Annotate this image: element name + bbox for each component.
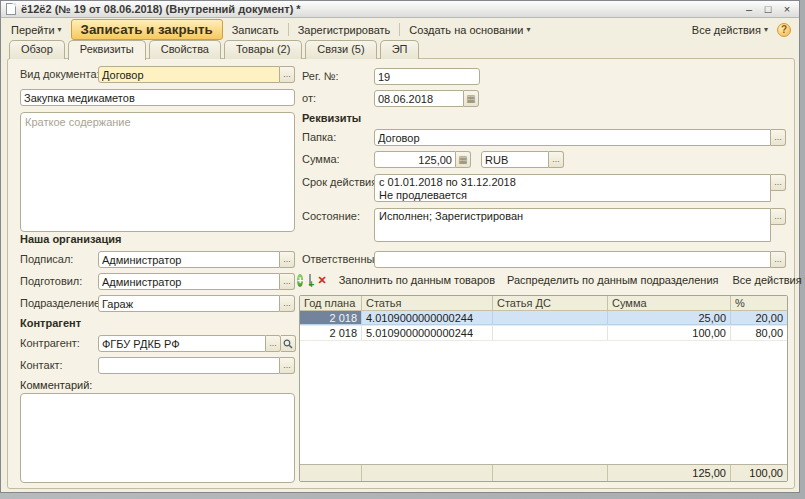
- copy-row-icon[interactable]: [309, 274, 311, 286]
- cell-plan-year[interactable]: 2 018: [300, 326, 362, 340]
- save-button[interactable]: Записать: [230, 23, 281, 37]
- document-icon: [6, 3, 16, 15]
- summary-textarea[interactable]: [20, 112, 295, 232]
- state-row: Состояние: Исполнен; Зарегистрирован: [302, 208, 786, 242]
- table-row[interactable]: 2 0185.0109000000000244100,0080,00: [300, 326, 787, 341]
- cell-plan-year[interactable]: 2 018: [300, 311, 362, 325]
- title-bar: ё12ё2 (№ 19 от 08.06.2018) (Внутренний д…: [1, 1, 799, 18]
- search-icon[interactable]: [281, 335, 296, 352]
- ellipsis-button[interactable]: [266, 335, 281, 352]
- ellipsis-button[interactable]: [771, 129, 786, 146]
- requisites-tab-panel: Вид документа: Наша организация Подписал…: [7, 58, 795, 489]
- chevron-down-icon: ▾: [58, 26, 62, 34]
- signed-field[interactable]: [98, 251, 280, 268]
- comment-textarea[interactable]: [20, 393, 295, 483]
- close-icon[interactable]: ×: [780, 2, 794, 16]
- contact-label: Контакт:: [20, 357, 98, 374]
- ellipsis-button[interactable]: [549, 151, 564, 168]
- regno-field[interactable]: [374, 68, 480, 85]
- doc-kind-label: Вид документа:: [20, 66, 98, 83]
- regno-label: Рег. №:: [302, 68, 374, 85]
- ellipsis-button[interactable]: [280, 295, 295, 312]
- cell-article[interactable]: 5.0109000000000244: [362, 326, 493, 340]
- distribute-button[interactable]: Распределить по данным подразделения: [507, 274, 719, 286]
- save-and-close-button[interactable]: Записать и закрыть: [71, 19, 223, 40]
- ellipsis-button[interactable]: [280, 273, 295, 290]
- delete-row-icon[interactable]: ✕: [317, 274, 326, 287]
- state-field[interactable]: Исполнен; Зарегистрирован: [374, 208, 771, 242]
- table-all-actions-menu-button[interactable]: Все действия ▾: [731, 273, 805, 287]
- column-header-plan-year[interactable]: Год плана: [300, 296, 362, 310]
- create-based-on-menu-button[interactable]: Создать на основании ▾: [407, 23, 532, 37]
- column-header-article[interactable]: Статья: [362, 296, 493, 310]
- cell-article[interactable]: 4.0109000000000244: [362, 311, 493, 325]
- department-field[interactable]: [98, 295, 280, 312]
- footer-total-amount: 125,00: [608, 465, 731, 481]
- desktop-frame: ё12ё2 (№ 19 от 08.06.2018) (Внутренний д…: [0, 0, 805, 499]
- counterparty-field[interactable]: [98, 335, 266, 352]
- prepared-row: Подготовил:: [20, 273, 295, 290]
- table-row[interactable]: 2 0184.010900000000024425,0020,00: [300, 311, 787, 326]
- doc-title-row: [20, 89, 295, 106]
- tab-overview[interactable]: Обзор: [9, 40, 65, 59]
- tab-goods[interactable]: Товары (2): [224, 40, 302, 59]
- calendar-icon[interactable]: ▦: [464, 90, 479, 107]
- counterparty-row: Контрагент:: [20, 335, 296, 352]
- responsible-field[interactable]: [374, 251, 771, 268]
- register-button[interactable]: Зарегистрировать: [296, 23, 393, 37]
- minimize-icon[interactable]: –: [742, 2, 756, 16]
- tab-strip: Обзор Реквизиты Свойства Товары (2) Связ…: [9, 40, 419, 59]
- all-actions-menu-button[interactable]: Все действия ▾: [690, 23, 770, 37]
- ellipsis-button[interactable]: [771, 208, 786, 225]
- tab-signature[interactable]: ЭП: [380, 40, 420, 59]
- comment-label: Комментарий:: [20, 379, 92, 391]
- column-header-percent[interactable]: %: [731, 296, 787, 310]
- cell-article-ds[interactable]: [493, 311, 608, 325]
- column-header-amount[interactable]: Сумма: [608, 296, 731, 310]
- amount-field[interactable]: [374, 151, 456, 168]
- ellipsis-button[interactable]: [280, 357, 295, 374]
- prepared-label: Подготовил:: [20, 273, 98, 290]
- maximize-icon[interactable]: □: [761, 2, 775, 16]
- fill-by-goods-button[interactable]: Заполнить по данным товаров: [339, 274, 495, 286]
- ellipsis-button[interactable]: [280, 251, 295, 268]
- cell-article-ds[interactable]: [493, 326, 608, 340]
- column-header-article-ds[interactable]: Статья ДС: [493, 296, 608, 310]
- cell-percent[interactable]: 20,00: [731, 311, 787, 325]
- help-icon[interactable]: ?: [777, 23, 791, 37]
- calculator-icon[interactable]: ▦: [456, 151, 471, 168]
- amount-row: Сумма: ▦: [302, 151, 564, 168]
- tab-properties[interactable]: Свойства: [149, 40, 221, 59]
- department-row: Подразделение:: [20, 295, 295, 312]
- add-row-icon[interactable]: +: [297, 274, 303, 287]
- cell-amount[interactable]: 100,00: [608, 326, 731, 340]
- footer-cell-year: [300, 465, 362, 481]
- folder-field[interactable]: [374, 129, 771, 146]
- contact-field[interactable]: [98, 357, 280, 374]
- cell-percent[interactable]: 80,00: [731, 326, 787, 340]
- doc-title-field[interactable]: [20, 89, 295, 106]
- signed-label: Подписал:: [20, 251, 98, 268]
- go-menu-button[interactable]: Перейти ▾: [9, 23, 64, 37]
- table-header: Год плана Статья Статья ДС Сумма %: [300, 296, 787, 311]
- command-bar: Перейти ▾ Записать и закрыть Записать За…: [1, 19, 799, 40]
- validity-field[interactable]: с 01.01.2018 по 31.12.2018 Не продлевает…: [374, 174, 771, 202]
- footer-cell-article: [362, 465, 493, 481]
- table-all-actions-label: Все действия: [733, 274, 802, 286]
- footer-cell-article-ds: [493, 465, 608, 481]
- tab-requisites[interactable]: Реквизиты: [68, 40, 146, 60]
- doc-kind-field[interactable]: [98, 66, 280, 83]
- ellipsis-button[interactable]: [771, 251, 786, 268]
- currency-field[interactable]: [481, 151, 549, 168]
- toolbar-separator: [399, 23, 400, 36]
- validity-line1: с 01.01.2018 по 31.12.2018: [379, 176, 766, 189]
- state-label: Состояние:: [302, 208, 374, 225]
- tab-links[interactable]: Связи (5): [305, 40, 376, 59]
- date-field[interactable]: [374, 90, 464, 107]
- plan-table: Год плана Статья Статья ДС Сумма % 2 018…: [299, 295, 788, 482]
- prepared-field[interactable]: [98, 273, 280, 290]
- ellipsis-button[interactable]: [771, 174, 786, 191]
- ellipsis-button[interactable]: [280, 66, 295, 83]
- doc-kind-row: Вид документа:: [20, 66, 295, 83]
- cell-amount[interactable]: 25,00: [608, 311, 731, 325]
